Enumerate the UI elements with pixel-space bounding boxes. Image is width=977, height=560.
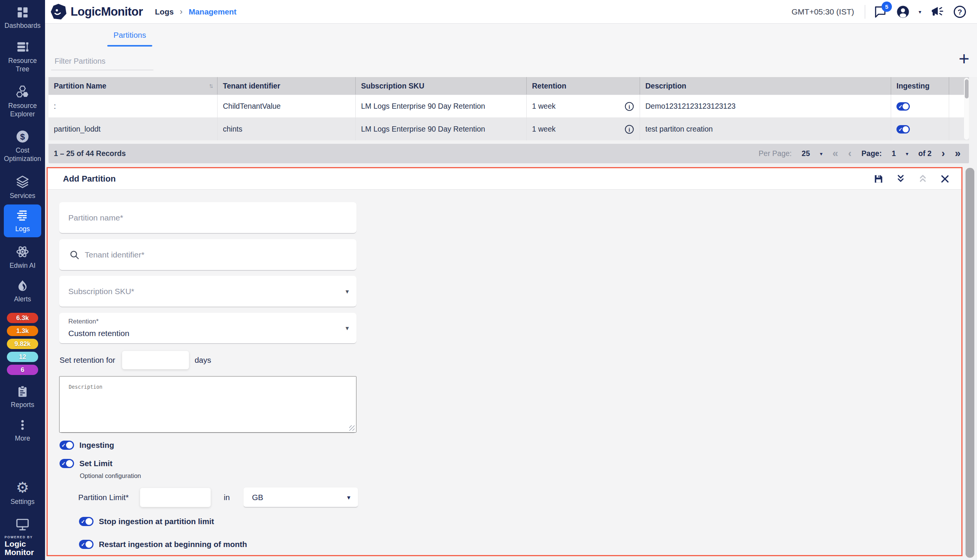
table-row[interactable]: : ChildTenantValue LM Logs Enterprise 90… [48,95,969,117]
chevron-down-icon[interactable]: ▾ [346,287,349,295]
alert-badge-warning[interactable]: 9.82k [7,339,38,349]
set-limit-label: Set Limit [79,459,113,468]
alert-badge-info[interactable]: 12 [7,352,38,362]
dashboards-icon [16,5,29,19]
table-scrollbar-thumb[interactable] [965,79,969,98]
sort-icon[interactable]: ↑↓ [209,82,212,89]
column-header-tenant-identifier[interactable]: Tenant identifier [217,77,356,95]
retention-label: Retention* [68,318,347,325]
ingesting-label: Ingesting [79,441,114,450]
expand-all-icon[interactable] [895,173,907,185]
cell-description: Demo12312123123123123 [640,95,891,117]
subscription-sku-select[interactable]: Subscription SKU* ▾ [59,276,356,307]
chevron-down-icon[interactable]: ▾ [347,493,351,501]
sidebar-item-more[interactable]: More [0,418,45,443]
tab-partitions[interactable]: Partitions [107,23,152,47]
per-page-caret-icon[interactable]: ▾ [820,151,822,157]
first-page-button[interactable]: « [832,148,838,159]
alerts-icon [16,279,29,293]
account-button[interactable] [896,5,910,19]
search-icon [69,250,80,260]
filter-partitions-input[interactable] [55,57,156,66]
sidebar-item-edwin-ai[interactable]: Edwin AI [0,245,45,270]
help-button[interactable]: ? [953,5,967,19]
page-caret-icon[interactable]: ▾ [906,151,908,157]
retention-select[interactable]: Retention* Custom retention ▾ [59,313,356,344]
ingesting-toggle[interactable] [897,102,910,111]
next-page-button[interactable]: › [942,148,945,159]
messages-button[interactable]: 5 [873,5,887,19]
column-header-retention[interactable]: Retention [527,77,640,95]
sidebar-item-resource-tree[interactable]: Resource Tree [0,40,45,73]
column-header-ingesting[interactable]: Ingesting [891,77,949,95]
sidebar-item-resource-explorer[interactable]: Resource Explorer [0,85,45,118]
per-page-label: Per Page: [759,149,792,158]
column-header-description[interactable]: Description [640,77,891,95]
cell-tenant-identifier: ChildTenantValue [217,95,356,117]
partition-name-input[interactable] [59,202,356,233]
logo-line1: Logic [5,540,34,548]
pagination-bar: 1 – 25 of 44 Records Per Page: 25 ▾ « ‹ … [48,144,969,163]
page-scrollbar[interactable] [965,167,974,559]
partition-limit-input[interactable] [140,488,210,507]
description-field[interactable] [59,376,356,433]
column-label: Description [645,82,686,90]
sidebar-item-label: Cost Optimization [3,146,42,163]
partition-name-field[interactable] [59,202,356,233]
brand-logo[interactable]: LogicMonitor [50,3,143,21]
sidebar-item-services[interactable]: Services [0,175,45,200]
alert-badge-error[interactable]: 1.3k [7,326,38,336]
ingesting-toggle[interactable] [897,125,910,133]
sidebar-item-console[interactable] [0,517,45,532]
last-page-button[interactable]: » [955,148,960,159]
tenant-identifier-field[interactable] [59,239,356,270]
page-number-value[interactable]: 1 [892,149,896,158]
sidebar-item-label: Logs [15,225,30,233]
info-icon[interactable]: i [625,124,634,134]
gear-icon: ⚙ [16,480,29,495]
sidebar-item-logs[interactable]: Logs [4,205,41,237]
table-scrollbar[interactable] [964,78,969,140]
stop-ingestion-toggle[interactable] [79,517,94,526]
timezone-label: GMT+05:30 (IST) [792,7,854,17]
table-row[interactable]: partition_loddt chints LM Logs Enterpris… [48,117,969,140]
save-icon[interactable] [873,173,884,185]
alert-badge-other[interactable]: 6 [7,365,38,375]
add-partition-button[interactable]: + [959,47,969,70]
column-header-partition-name[interactable]: Partition Name ↑↓ [48,77,217,95]
powered-by-logo: POWERED BY Logic Monitor [5,535,34,556]
alert-badge-critical[interactable]: 6.3k [7,313,38,323]
svg-text:i: i [628,104,630,110]
page-label: Page: [861,149,882,158]
resize-handle[interactable] [349,425,354,431]
set-limit-toggle[interactable] [60,459,74,468]
sidebar-item-label: More [15,434,30,443]
logo-line2: Monitor [5,548,34,556]
column-header-subscription-sku[interactable]: Subscription SKU [356,77,527,95]
sidebar-item-cost-optimization[interactable]: $ Cost Optimization [0,129,45,163]
column-label: Retention [532,82,566,90]
prev-page-button[interactable]: ‹ [848,148,852,159]
sidebar-item-dashboards[interactable]: Dashboards [0,5,45,30]
close-icon[interactable] [939,173,951,185]
per-page-value[interactable]: 25 [802,149,810,158]
announcements-button[interactable] [930,5,944,19]
page-scrollbar-thumb[interactable] [965,168,974,558]
sidebar-item-settings[interactable]: ⚙ Settings [0,480,45,506]
ingesting-toggle[interactable] [60,441,74,450]
retention-days-input[interactable] [122,351,189,369]
tenant-identifier-input[interactable] [85,239,356,270]
sidebar-item-alerts[interactable]: Alerts [0,279,45,303]
restart-ingestion-toggle[interactable] [79,540,94,549]
sidebar-item-reports[interactable]: Reports [0,385,45,409]
breadcrumb-current[interactable]: Management [189,7,236,17]
info-icon[interactable]: i [625,102,634,112]
partition-limit-unit-select[interactable]: GB ▾ [244,488,358,507]
breadcrumb-parent[interactable]: Logs [155,7,174,17]
account-caret-icon[interactable]: ▾ [919,9,921,15]
records-range-label: 1 – 25 of 44 Records [54,149,126,158]
filter-partitions-field[interactable] [51,53,154,70]
chevron-down-icon[interactable]: ▾ [346,324,349,332]
collapse-all-icon[interactable] [917,173,929,185]
description-textarea[interactable] [59,376,356,433]
